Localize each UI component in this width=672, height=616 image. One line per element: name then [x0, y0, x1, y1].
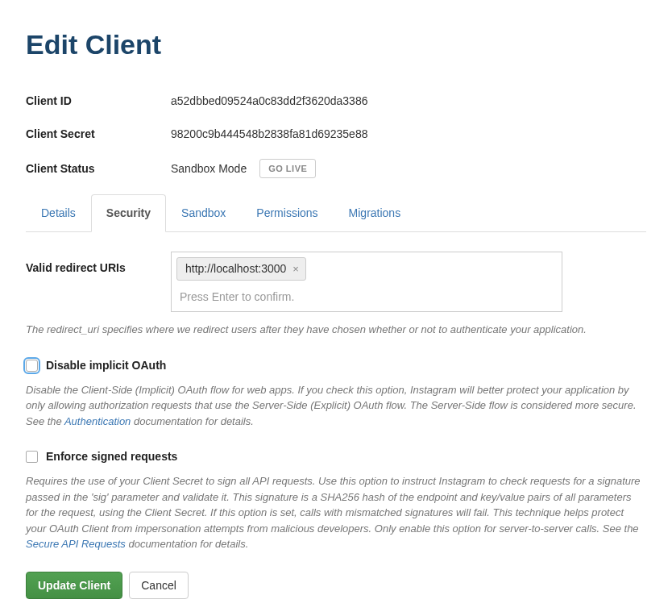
client-status-label: Client Status [26, 160, 171, 177]
enforce-signed-label: Enforce signed requests [46, 448, 177, 465]
cancel-button[interactable]: Cancel [129, 572, 189, 599]
button-row: Update Client Cancel [26, 572, 646, 599]
client-id-row: Client ID a52dbbed09524a0c83dd2f3620da33… [26, 93, 646, 110]
secure-api-link[interactable]: Secure API Requests [26, 538, 126, 550]
redirect-help-text: The redirect_uri specifies where we redi… [26, 322, 646, 338]
redirect-uri-tag-text: http://localhost:3000 [185, 260, 286, 277]
client-secret-label: Client Secret [26, 126, 171, 143]
tab-permissions[interactable]: Permissions [241, 194, 333, 232]
tab-details[interactable]: Details [26, 194, 91, 232]
redirect-uris-row: Valid redirect URIs http://localhost:300… [26, 252, 646, 312]
disable-oauth-row: Disable implicit OAuth [26, 357, 646, 374]
go-live-button[interactable]: GO LIVE [259, 159, 316, 178]
enforce-signed-help-text: Requires the use of your Client Secret t… [26, 473, 646, 552]
client-secret-value: 98200c9b444548b2838fa81d69235e88 [171, 126, 367, 143]
enforce-signed-row: Enforce signed requests [26, 448, 646, 465]
authentication-link[interactable]: Authentication [64, 415, 131, 427]
disable-oauth-label: Disable implicit OAuth [46, 357, 166, 374]
tabs: Details Security Sandbox Permissions Mig… [26, 194, 646, 232]
disable-oauth-checkbox[interactable] [26, 360, 38, 372]
redirect-uris-input-box[interactable]: http://localhost:3000 × [171, 252, 562, 312]
client-status-value: Sandbox Mode [171, 160, 247, 177]
close-icon[interactable]: × [291, 261, 301, 277]
redirect-uri-input[interactable] [176, 285, 557, 310]
enforce-signed-checkbox[interactable] [26, 451, 38, 463]
client-id-label: Client ID [26, 93, 171, 110]
client-id-value: a52dbbed09524a0c83dd2f3620da3386 [171, 93, 367, 110]
client-status-row: Client Status Sandbox Mode GO LIVE [26, 159, 646, 178]
update-client-button[interactable]: Update Client [26, 572, 122, 599]
disable-oauth-help-text: Disable the Client-Side (Implicit) OAuth… [26, 382, 646, 430]
tab-security[interactable]: Security [91, 194, 166, 232]
redirect-uri-tag: http://localhost:3000 × [176, 257, 306, 281]
client-secret-row: Client Secret 98200c9b444548b2838fa81d69… [26, 126, 646, 143]
page-title: Edit Client [26, 24, 646, 65]
tab-migrations[interactable]: Migrations [334, 194, 417, 232]
tab-sandbox[interactable]: Sandbox [166, 194, 241, 232]
redirect-uris-label: Valid redirect URIs [26, 252, 171, 277]
